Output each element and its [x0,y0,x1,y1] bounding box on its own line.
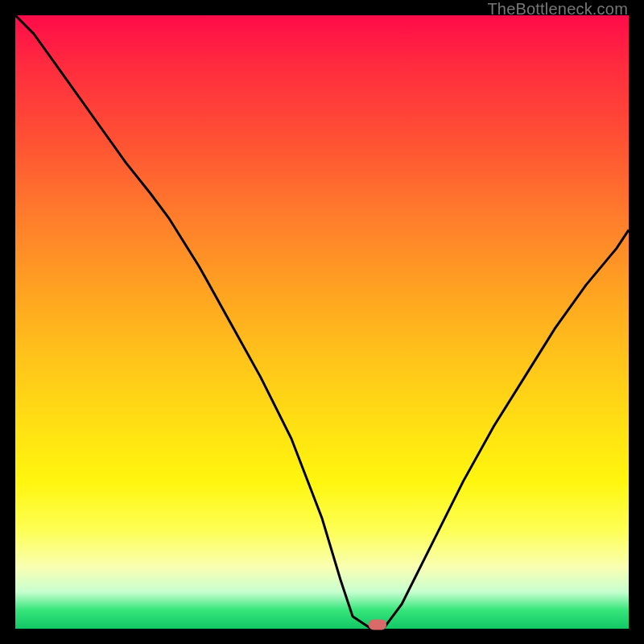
minimum-marker [369,619,386,630]
bottleneck-curve [15,15,629,629]
chart-frame: TheBottleneck.com [0,0,644,644]
watermark-text: TheBottleneck.com [487,0,628,19]
plot-area [15,15,629,629]
